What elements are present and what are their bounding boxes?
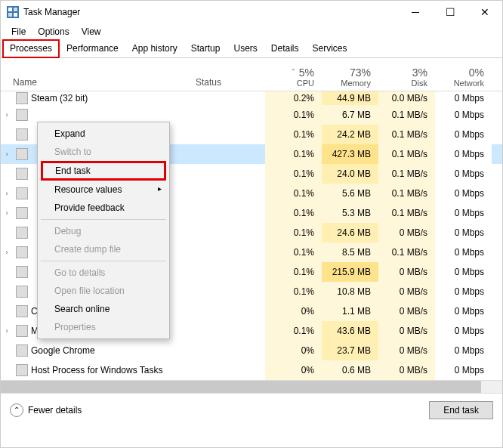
- ctx-switch-to[interactable]: Switch to: [39, 143, 168, 161]
- expand-chevron-icon[interactable]: ›: [1, 190, 13, 197]
- cpu-cell: 0%: [265, 341, 322, 360]
- expand-chevron-icon[interactable]: ›: [1, 209, 13, 217]
- table-row[interactable]: Steam (32 bit)0.2%44.9 MB0.0 MB/s0 Mbps: [1, 91, 502, 105]
- network-cell: 0 Mbps: [435, 341, 492, 360]
- chevron-right-icon: ▸: [158, 184, 162, 193]
- expand-chevron-icon[interactable]: ›: [1, 111, 13, 119]
- ctx-debug[interactable]: Debug: [39, 222, 168, 240]
- disk-cell: 0.1 MB/s: [378, 125, 435, 144]
- table-row[interactable]: Google Chrome0%23.7 MB0 MB/s0 Mbps: [1, 341, 502, 360]
- horizontal-scrollbar[interactable]: [1, 380, 502, 393]
- disk-cell: 0.0 MB/s: [378, 91, 435, 105]
- process-name: Host Process for Windows Tasks: [31, 365, 196, 375]
- close-button[interactable]: ✕: [468, 1, 502, 23]
- ctx-provide-feedback[interactable]: Provide feedback: [39, 199, 168, 217]
- process-icon: [16, 168, 28, 180]
- minimize-button[interactable]: ─: [398, 1, 433, 23]
- menu-options[interactable]: Options: [32, 25, 75, 39]
- network-cell: 0 Mbps: [435, 282, 492, 301]
- menu-file[interactable]: File: [5, 25, 32, 39]
- ctx-resource-values[interactable]: Resource values▸: [39, 181, 168, 199]
- disk-cell: 0 MB/s: [378, 301, 435, 321]
- tab-details[interactable]: Details: [264, 40, 306, 57]
- column-status[interactable]: Status: [196, 77, 265, 91]
- process-name: Google Chrome: [31, 345, 196, 356]
- fewer-details-label: Fewer details: [28, 405, 82, 416]
- column-name[interactable]: Name: [1, 77, 196, 91]
- expand-chevron-icon[interactable]: ›: [1, 150, 13, 158]
- scrollbar-thumb[interactable]: [1, 381, 481, 393]
- ctx-search-online[interactable]: Search online: [39, 300, 168, 318]
- tab-services[interactable]: Services: [306, 40, 354, 57]
- maximize-button[interactable]: ☐: [433, 1, 468, 23]
- disk-cell: 0.1 MB/s: [378, 203, 435, 223]
- process-icon: [16, 128, 28, 141]
- process-icon: [16, 92, 28, 104]
- cpu-cell: 0.1%: [265, 164, 322, 184]
- table-row[interactable]: Host Process for Windows Tasks0%0.6 MB0 …: [1, 360, 502, 380]
- column-memory[interactable]: 73%Memory: [322, 65, 378, 91]
- tab-startup[interactable]: Startup: [184, 40, 227, 57]
- memory-cell: 23.7 MB: [322, 341, 378, 360]
- ctx-end-task[interactable]: End task: [41, 161, 166, 181]
- memory-cell: 24.2 MB: [322, 125, 378, 144]
- network-cell: 0 Mbps: [435, 243, 492, 262]
- tab-bar: Processes Performance App history Startu…: [1, 40, 502, 58]
- cpu-cell: 0.1%: [265, 223, 322, 243]
- ctx-open-file-location[interactable]: Open file location: [39, 282, 168, 300]
- disk-cell: 0 MB/s: [378, 321, 435, 341]
- fewer-details-button[interactable]: ⌃ Fewer details: [10, 403, 82, 417]
- disk-cell: 0 MB/s: [378, 282, 435, 301]
- expand-chevron-icon[interactable]: ›: [1, 327, 13, 335]
- tab-users[interactable]: Users: [227, 40, 264, 57]
- task-manager-icon: [7, 6, 19, 18]
- disk-cell: 0.1 MB/s: [378, 243, 435, 262]
- separator: [41, 261, 166, 261]
- disk-cell: 0 MB/s: [378, 223, 435, 243]
- memory-cell: 6.7 MB: [322, 105, 378, 125]
- disk-cell: 0 MB/s: [378, 360, 435, 380]
- end-task-button[interactable]: End task: [429, 401, 493, 419]
- cpu-cell: 0.1%: [265, 243, 322, 262]
- svg-rect-1: [8, 8, 12, 11]
- cpu-cell: 0.1%: [265, 262, 322, 282]
- ctx-go-to-details[interactable]: Go to details: [39, 264, 168, 282]
- ctx-create-dump[interactable]: Create dump file: [39, 240, 168, 258]
- svg-rect-2: [14, 8, 17, 11]
- tab-performance[interactable]: Performance: [60, 40, 125, 57]
- process-icon: [16, 364, 28, 376]
- memory-cell: 5.6 MB: [322, 184, 378, 203]
- network-cell: 0 Mbps: [435, 105, 492, 125]
- network-cell: 0 Mbps: [435, 262, 492, 282]
- disk-cell: 0 MB/s: [378, 341, 435, 360]
- column-disk[interactable]: 3%Disk: [378, 65, 435, 91]
- tab-processes[interactable]: Processes: [2, 39, 60, 58]
- expand-chevron-icon[interactable]: ›: [1, 249, 13, 256]
- process-icon: [16, 325, 28, 337]
- menu-view[interactable]: View: [76, 25, 107, 39]
- network-cell: 0 Mbps: [435, 125, 492, 144]
- disk-cell: 0.1 MB/s: [378, 164, 435, 184]
- cpu-cell: 0.1%: [265, 125, 322, 144]
- network-cell: 0 Mbps: [435, 321, 492, 341]
- cpu-cell: 0.1%: [265, 144, 322, 164]
- tab-app-history[interactable]: App history: [125, 40, 184, 57]
- process-icon: [16, 227, 28, 239]
- cpu-cell: 0.1%: [265, 203, 322, 223]
- memory-cell: 10.8 MB: [322, 282, 378, 301]
- cpu-cell: 0.1%: [265, 321, 322, 341]
- cpu-cell: 0.2%: [265, 91, 322, 105]
- disk-cell: 0.1 MB/s: [378, 105, 435, 125]
- footer: ⌃ Fewer details End task: [1, 393, 502, 426]
- ctx-properties[interactable]: Properties: [39, 318, 168, 336]
- memory-cell: 44.9 MB: [322, 91, 378, 105]
- cpu-cell: 0.1%: [265, 105, 322, 125]
- ctx-resource-values-label: Resource values: [54, 184, 122, 195]
- network-cell: 0 Mbps: [435, 223, 492, 243]
- network-cell: 0 Mbps: [435, 360, 492, 380]
- ctx-expand[interactable]: Expand: [39, 125, 168, 143]
- network-cell: 0 Mbps: [435, 301, 492, 321]
- process-icon: [16, 187, 28, 199]
- column-network[interactable]: 0%Network: [435, 65, 492, 91]
- column-cpu[interactable]: ⌄5%CPU: [265, 65, 322, 91]
